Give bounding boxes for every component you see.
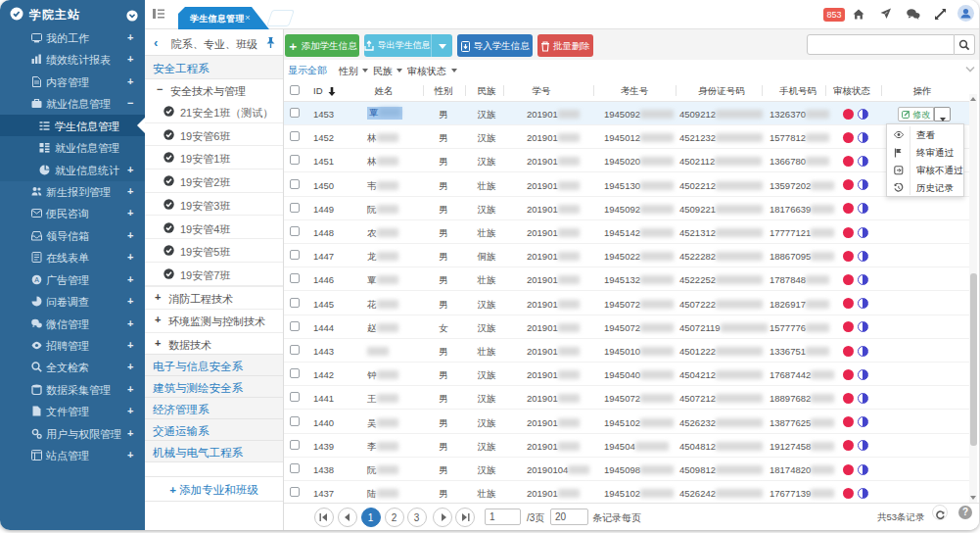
svg-text:A: A [34,276,39,283]
